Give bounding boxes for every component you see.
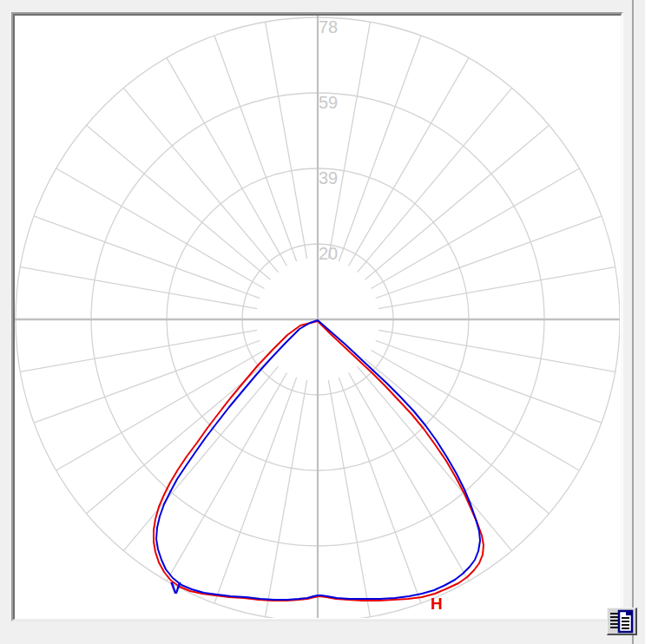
report-document-icon bbox=[608, 609, 635, 634]
series-label-v: V bbox=[170, 580, 181, 597]
viewer-window: 20395978 H V bbox=[0, 0, 645, 644]
report-button[interactable] bbox=[607, 608, 637, 635]
series-label-h: H bbox=[431, 595, 443, 613]
chart-panel bbox=[11, 12, 623, 621]
window-frame-line bbox=[632, 0, 634, 644]
chart-panel-inner-border bbox=[13, 14, 622, 620]
